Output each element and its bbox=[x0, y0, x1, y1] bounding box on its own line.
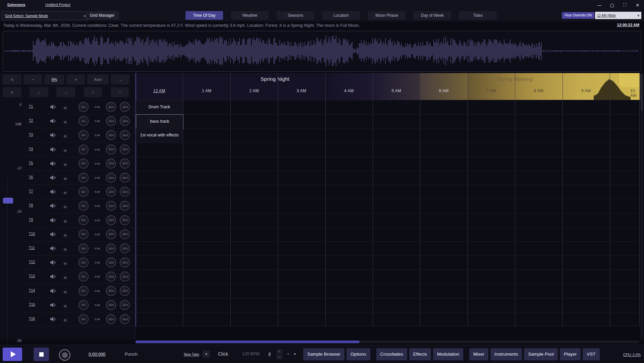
speaker-icon[interactable] bbox=[50, 161, 56, 167]
track-label-t15[interactable]: T15 bbox=[29, 303, 35, 306]
zoom-out-button[interactable]: − bbox=[23, 74, 42, 84]
send-knob-b[interactable]: -12.0 bbox=[120, 102, 130, 112]
mute-speaker-icon[interactable] bbox=[64, 303, 68, 309]
volume-knob[interactable]: 0.0 bbox=[78, 159, 89, 169]
send-knob-b[interactable]: -12.0 bbox=[120, 229, 130, 239]
hour-label-6-am[interactable]: 6 AM bbox=[439, 88, 449, 93]
grid-manager-button[interactable]: Grid Manager bbox=[85, 11, 119, 20]
speaker-icon[interactable] bbox=[50, 274, 56, 280]
track-label-t8[interactable]: T8 bbox=[29, 203, 33, 207]
send-knob-b[interactable]: -12.0 bbox=[120, 243, 130, 253]
volume-knob[interactable]: 0.0 bbox=[78, 116, 89, 126]
mute-speaker-icon[interactable] bbox=[64, 119, 68, 125]
hour-label-7-am[interactable]: 7 AM bbox=[486, 88, 496, 93]
tab-day-of-week[interactable]: Day of Week bbox=[414, 11, 451, 20]
send-knob-b[interactable]: -12.0 bbox=[120, 215, 130, 225]
speaker-icon[interactable] bbox=[50, 133, 56, 139]
tab-tides[interactable]: Tides bbox=[459, 11, 497, 20]
speaker-icon[interactable] bbox=[50, 303, 56, 309]
speaker-icon[interactable] bbox=[50, 119, 56, 125]
speaker-icon[interactable] bbox=[50, 189, 56, 195]
arrow-down-button[interactable]: ↓ bbox=[30, 87, 48, 97]
horizontal-scrollbar[interactable] bbox=[136, 341, 639, 343]
sample-browser-button[interactable]: Sample Browser bbox=[303, 348, 344, 360]
hour-label-12-am[interactable]: 12 AM bbox=[153, 88, 165, 93]
track-label-t10[interactable]: T10 bbox=[29, 232, 35, 236]
track-label-t2[interactable]: T2 bbox=[29, 119, 33, 122]
clip-1st-vocal-with-effects[interactable]: 1st vocal with effects bbox=[136, 128, 183, 142]
player-button[interactable]: Player bbox=[560, 348, 581, 360]
fullscreen-icon[interactable]: ⛶ bbox=[622, 2, 628, 8]
click-toggle[interactable]: Click bbox=[218, 351, 228, 357]
mute-speaker-icon[interactable] bbox=[64, 190, 68, 196]
volume-knob[interactable]: 0.0 bbox=[78, 271, 89, 282]
send-knob-a[interactable]: -12.0 bbox=[106, 159, 116, 169]
hour-override-toggle[interactable]: Hour Override ON bbox=[562, 12, 594, 19]
hour-label-9-am[interactable]: 9 AM bbox=[581, 88, 591, 93]
bpm-display[interactable]: 120 BPM bbox=[242, 352, 259, 356]
mute-speaker-icon[interactable] bbox=[64, 219, 68, 225]
send-knob-a[interactable]: -12.0 bbox=[106, 116, 116, 126]
punch-toggle[interactable]: Punch bbox=[125, 352, 138, 357]
hour-label-3-am[interactable]: 3 AM bbox=[297, 88, 307, 93]
track-label-t3[interactable]: T3 bbox=[29, 133, 33, 136]
volume-knob[interactable]: 0.0 bbox=[78, 144, 89, 155]
beats-decrement-button[interactable]: − bbox=[276, 355, 282, 359]
speaker-icon[interactable] bbox=[50, 289, 56, 295]
send-knob-a[interactable]: -12.0 bbox=[106, 229, 116, 239]
grid-select-dropdown[interactable]: Grid Select: Sample Mode ▾ bbox=[2, 11, 89, 20]
send-knob-a[interactable]: -12.0 bbox=[106, 215, 116, 225]
speaker-icon[interactable] bbox=[50, 260, 56, 266]
volume-knob[interactable]: 0.0 bbox=[78, 286, 89, 296]
play-button[interactable] bbox=[3, 348, 22, 361]
send-knob-a[interactable]: -12.0 bbox=[106, 300, 116, 310]
clip-bass-track[interactable]: bass track bbox=[136, 114, 183, 129]
mute-speaker-icon[interactable] bbox=[64, 176, 68, 182]
record-circle-button[interactable]: ○ bbox=[111, 87, 129, 97]
volume-knob[interactable]: 0.0 bbox=[78, 130, 89, 140]
track-label-t4[interactable]: T4 bbox=[29, 147, 33, 151]
speaker-icon[interactable] bbox=[50, 246, 56, 252]
hour-label-2-am[interactable]: 2 AM bbox=[249, 88, 259, 93]
send-knob-b[interactable]: -12.0 bbox=[120, 286, 130, 296]
volume-knob[interactable]: 0.0 bbox=[78, 173, 89, 183]
send-knob-b[interactable]: -12.0 bbox=[120, 257, 130, 267]
hour-label-8-am[interactable]: 8 AM bbox=[534, 88, 544, 93]
volume-knob[interactable]: 0.0 bbox=[78, 257, 89, 267]
speaker-icon[interactable] bbox=[50, 147, 56, 153]
mixer-button[interactable]: Mixer bbox=[469, 348, 488, 360]
speaker-icon[interactable] bbox=[50, 175, 56, 181]
send-knob-a[interactable]: -12.0 bbox=[106, 201, 116, 211]
track-label-t13[interactable]: T13 bbox=[29, 274, 35, 278]
beats-increment-button[interactable]: + bbox=[276, 349, 282, 354]
send-knob-a[interactable]: -12.0 bbox=[106, 271, 116, 282]
send-knob-a[interactable]: -12.0 bbox=[106, 173, 116, 183]
send-knob-b[interactable]: -12.0 bbox=[120, 159, 130, 169]
zoom-level-button[interactable]: 6% bbox=[44, 74, 64, 84]
app-name[interactable]: Ephemera bbox=[7, 3, 25, 7]
snap-curve-button[interactable]: ∿ bbox=[3, 74, 21, 84]
mute-speaker-icon[interactable] bbox=[64, 148, 68, 154]
mute-speaker-icon[interactable] bbox=[64, 289, 68, 295]
vertical-scrollbar[interactable] bbox=[640, 73, 643, 340]
mute-speaker-icon[interactable] bbox=[64, 204, 68, 210]
mute-speaker-icon[interactable] bbox=[64, 247, 68, 253]
speaker-icon[interactable] bbox=[50, 218, 56, 224]
speaker-icon[interactable] bbox=[50, 203, 56, 209]
tab-location[interactable]: Location bbox=[322, 11, 360, 20]
track-label-t12[interactable]: T12 bbox=[29, 260, 35, 264]
mute-speaker-icon[interactable] bbox=[64, 275, 68, 281]
crossfades-button[interactable]: Crossfades bbox=[376, 348, 407, 360]
mute-speaker-icon[interactable] bbox=[64, 162, 68, 168]
send-knob-a[interactable]: -12.0 bbox=[106, 144, 116, 155]
loop-circle-button[interactable]: ○ bbox=[84, 87, 102, 97]
speaker-icon[interactable] bbox=[50, 105, 56, 111]
close-icon[interactable]: ✕ bbox=[635, 3, 641, 8]
track-label-t14[interactable]: T14 bbox=[29, 289, 35, 292]
instruments-button[interactable]: Instruments bbox=[490, 348, 522, 360]
minimize-icon[interactable]: — bbox=[596, 3, 602, 8]
take-selector[interactable]: New Take bbox=[184, 352, 199, 356]
stop-button[interactable] bbox=[34, 348, 49, 361]
track-label-t16[interactable]: T16 bbox=[29, 317, 35, 320]
mute-speaker-icon[interactable] bbox=[64, 105, 68, 111]
